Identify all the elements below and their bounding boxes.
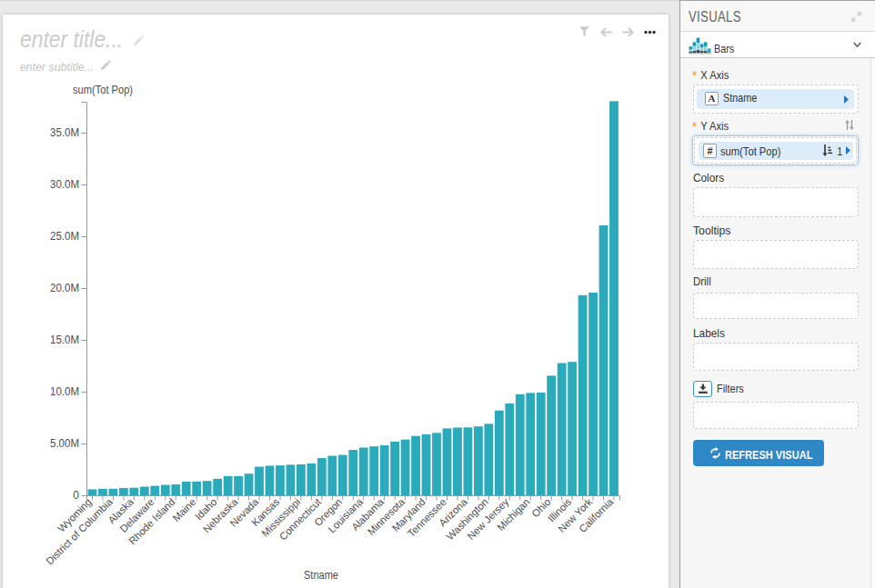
svg-text:35.0M: 35.0M xyxy=(50,126,79,139)
svg-text:sum(Tot Pop): sum(Tot Pop) xyxy=(73,84,133,96)
svg-text:Maine: Maine xyxy=(170,496,197,523)
svg-text:Stname: Stname xyxy=(304,569,338,582)
svg-text:0: 0 xyxy=(73,489,79,502)
svg-text:30.0M: 30.0M xyxy=(50,178,79,191)
svg-text:15.0M: 15.0M xyxy=(50,334,79,346)
svg-text:10.0M: 10.0M xyxy=(50,385,79,398)
svg-text:25.0M: 25.0M xyxy=(50,230,79,243)
svg-text:20.0M: 20.0M xyxy=(50,282,79,294)
svg-text:5.00M: 5.00M xyxy=(50,437,79,450)
